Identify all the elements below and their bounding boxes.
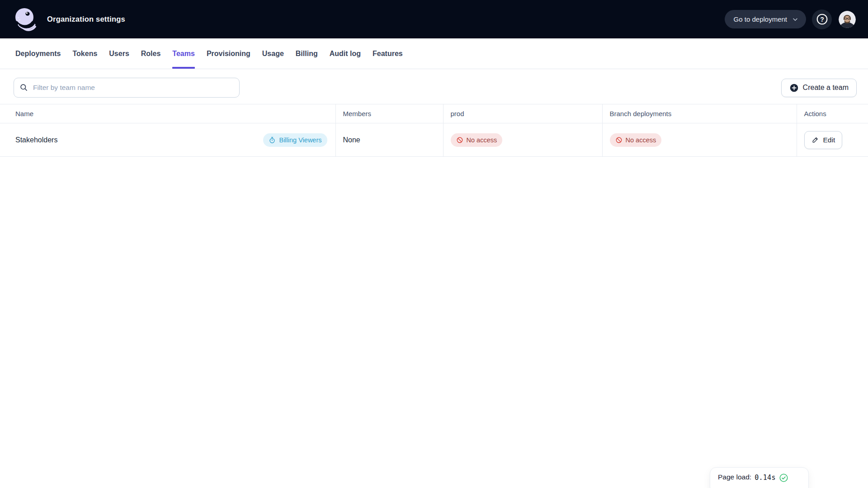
prod-access-label: No access xyxy=(467,136,497,144)
role-badge-label: Billing Viewers xyxy=(279,136,321,144)
branch-access-badge: No access xyxy=(610,133,662,147)
settings-tab-bar: Deployments Tokens Users Roles Teams Pro… xyxy=(0,38,868,69)
tab-label: Users xyxy=(109,50,129,58)
team-filter-input[interactable] xyxy=(14,78,240,98)
go-to-deployment-label: Go to deployment xyxy=(734,15,787,23)
avatar-photo-icon xyxy=(839,11,856,28)
page-load-toast: Page load: 0.14s xyxy=(710,467,809,488)
page-title: Organization settings xyxy=(47,15,125,23)
table-row-stakeholders: Stakeholders Billing Viewers xyxy=(0,123,868,157)
table-header-row: Name Members prod Branch deployments Act… xyxy=(0,104,868,123)
pencil-icon xyxy=(811,136,819,144)
page-load-label: Page load: xyxy=(718,473,751,481)
team-name: Stakeholders xyxy=(15,136,57,144)
tab-label: Teams xyxy=(172,50,195,58)
teams-toolbar: Create a team xyxy=(0,69,868,98)
plus-circle-icon xyxy=(789,83,799,93)
edit-button-label: Edit xyxy=(823,136,835,144)
tab-usage[interactable]: Usage xyxy=(262,38,284,69)
tab-tokens[interactable]: Tokens xyxy=(72,38,97,69)
organization-settings-page: Organization settings Go to deployment ? xyxy=(0,0,868,488)
octopus-logo-icon xyxy=(14,8,36,31)
user-avatar[interactable] xyxy=(839,11,856,28)
tab-provisioning[interactable]: Provisioning xyxy=(207,38,250,69)
tab-roles[interactable]: Roles xyxy=(141,38,161,69)
teams-table: Name Members prod Branch deployments Act… xyxy=(0,104,868,157)
question-mark-circle-icon: ? xyxy=(816,13,828,25)
members-cell: None xyxy=(335,123,443,157)
branch-access-label: No access xyxy=(626,136,656,144)
team-filter-wrapper xyxy=(14,78,240,98)
tab-label: Tokens xyxy=(72,50,97,58)
create-team-label: Create a team xyxy=(803,84,849,92)
column-header-actions: Actions xyxy=(797,104,868,123)
success-check-icon xyxy=(779,473,788,483)
go-to-deployment-button[interactable]: Go to deployment xyxy=(725,10,806,28)
page-load-value: 0.14s xyxy=(755,473,776,482)
tab-label: Features xyxy=(373,50,403,58)
tab-label: Billing xyxy=(296,50,318,58)
tab-label: Audit log xyxy=(330,50,361,58)
tab-label: Provisioning xyxy=(207,50,250,58)
tab-label: Usage xyxy=(262,50,284,58)
no-access-ban-icon xyxy=(456,136,463,144)
svg-text:?: ? xyxy=(820,16,824,23)
prod-access-badge: No access xyxy=(451,133,503,147)
column-header-members: Members xyxy=(335,104,443,123)
column-header-name: Name xyxy=(0,104,335,123)
tab-features[interactable]: Features xyxy=(373,38,403,69)
help-button[interactable]: ? xyxy=(812,9,832,29)
tab-billing[interactable]: Billing xyxy=(296,38,318,69)
stopwatch-icon xyxy=(269,136,276,144)
edit-team-button[interactable]: Edit xyxy=(804,131,843,149)
role-badge: Billing Viewers xyxy=(263,133,327,147)
chevron-down-icon xyxy=(792,16,799,23)
tab-teams[interactable]: Teams xyxy=(172,38,195,69)
tab-users[interactable]: Users xyxy=(109,38,129,69)
tab-label: Roles xyxy=(141,50,161,58)
no-access-ban-icon xyxy=(615,136,623,144)
column-header-branch-deployments: Branch deployments xyxy=(602,104,797,123)
tab-audit-log[interactable]: Audit log xyxy=(330,38,361,69)
top-bar: Organization settings Go to deployment ? xyxy=(0,0,868,38)
column-header-prod: prod xyxy=(443,104,602,123)
tab-label: Deployments xyxy=(15,50,61,58)
create-team-button[interactable]: Create a team xyxy=(781,79,857,97)
tab-deployments[interactable]: Deployments xyxy=(15,38,61,69)
